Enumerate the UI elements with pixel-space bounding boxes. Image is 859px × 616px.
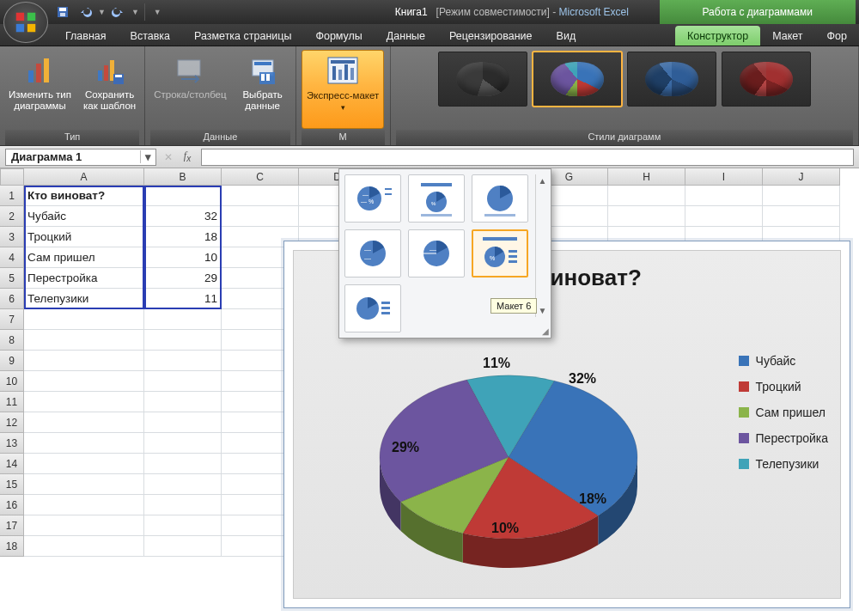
row-header[interactable]: 10 — [0, 371, 24, 392]
office-button[interactable] — [3, 2, 48, 43]
redo-dropdown-icon[interactable]: ▼ — [131, 8, 139, 16]
column-header[interactable]: I — [685, 168, 763, 186]
tab-formulas[interactable]: Формулы — [303, 26, 374, 46]
cell[interactable] — [222, 206, 299, 227]
cell[interactable] — [144, 454, 222, 474]
row-header[interactable]: 18 — [0, 536, 24, 557]
cell[interactable]: Перестройка — [24, 268, 144, 289]
tab-data[interactable]: Данные — [375, 26, 437, 46]
quick-layout-button[interactable]: Экспресс-макет▾ — [302, 50, 384, 129]
column-header[interactable]: B — [144, 168, 222, 186]
legend-item[interactable]: Чубайс — [739, 354, 828, 368]
layout-option-4[interactable]: —— — [344, 229, 401, 278]
tab-view[interactable]: Вид — [545, 26, 588, 46]
legend-item[interactable]: Троцкий — [739, 380, 828, 393]
cell[interactable] — [685, 206, 763, 227]
cell[interactable]: 29 — [144, 268, 222, 289]
legend-item[interactable]: Телепузики — [739, 457, 828, 471]
cell[interactable] — [608, 186, 685, 206]
pie-chart[interactable]: 32% 18% 10% 29% 11% — [354, 337, 663, 577]
column-header[interactable]: A — [24, 168, 144, 186]
tab-home[interactable]: Главная — [53, 26, 119, 46]
change-chart-type-button[interactable]: Изменить типдиаграммы — [5, 50, 75, 112]
cell[interactable]: 18 — [144, 227, 222, 247]
cell[interactable] — [24, 536, 144, 557]
chart-style-4[interactable] — [722, 52, 811, 107]
cell[interactable] — [144, 309, 222, 330]
chart-style-3[interactable] — [627, 52, 716, 107]
cell[interactable]: Телепузики — [24, 289, 144, 309]
cell[interactable] — [24, 309, 144, 330]
layout-option-7[interactable] — [344, 284, 401, 332]
formula-input[interactable] — [201, 149, 854, 166]
cell[interactable] — [24, 433, 144, 454]
cell[interactable] — [24, 351, 144, 371]
layout-option-1[interactable]: —— % — [344, 174, 401, 223]
undo-dropdown-icon[interactable]: ▼ — [98, 8, 106, 16]
row-header[interactable]: 9 — [0, 351, 24, 371]
row-header[interactable]: 1 — [0, 186, 24, 206]
name-box-dropdown-icon[interactable]: ▾ — [140, 150, 155, 163]
cell[interactable] — [763, 186, 840, 206]
tab-review[interactable]: Рецензирование — [437, 26, 545, 46]
save-as-template-button[interactable]: Сохранитькак шаблон — [80, 50, 139, 112]
layout-option-3[interactable] — [472, 174, 528, 223]
chart-legend[interactable]: ЧубайсТроцкийСам пришелПерестройкаТелепу… — [739, 354, 828, 471]
cell[interactable] — [24, 515, 144, 536]
cell[interactable] — [144, 412, 222, 433]
redo-button[interactable] — [109, 3, 128, 21]
cell[interactable] — [24, 392, 144, 412]
cell[interactable]: Кто виноват? — [24, 186, 144, 206]
cell[interactable] — [763, 206, 840, 227]
row-header[interactable]: 17 — [0, 515, 24, 536]
tab-insert[interactable]: Вставка — [119, 26, 182, 46]
worksheet[interactable]: ABCDEFGHIJ 123456789101112131415161718 К… — [0, 168, 859, 616]
cell[interactable]: Троцкий — [24, 227, 144, 247]
cancel-entry-button[interactable]: ✕ — [160, 149, 177, 166]
row-header[interactable]: 5 — [0, 268, 24, 289]
cell[interactable] — [24, 474, 144, 495]
layout-option-6[interactable]: % — [472, 229, 528, 278]
cell[interactable] — [144, 495, 222, 515]
undo-button[interactable] — [76, 3, 94, 21]
row-header[interactable]: 6 — [0, 289, 24, 309]
tab-chart-format[interactable]: Фор — [815, 26, 859, 46]
column-header[interactable]: C — [222, 168, 299, 186]
legend-item[interactable]: Перестройка — [739, 431, 828, 445]
select-data-button[interactable]: Выбратьданные — [235, 50, 290, 112]
row-header[interactable]: 7 — [0, 309, 24, 330]
chart-style-1[interactable] — [438, 52, 527, 107]
fx-button[interactable]: fx — [179, 149, 196, 166]
row-header[interactable]: 14 — [0, 454, 24, 474]
column-header[interactable]: J — [763, 168, 840, 186]
cell[interactable]: 11 — [144, 289, 222, 309]
cell[interactable]: 10 — [144, 247, 222, 268]
cell[interactable] — [144, 186, 222, 206]
row-header[interactable]: 2 — [0, 206, 24, 227]
layout-option-5[interactable]: — — [408, 229, 465, 278]
cell[interactable]: 32 — [144, 206, 222, 227]
tab-chart-design[interactable]: Конструктор — [675, 26, 760, 46]
row-header[interactable]: 4 — [0, 247, 24, 268]
cell[interactable] — [144, 392, 222, 412]
column-header[interactable]: H — [608, 168, 685, 186]
scroll-down-icon[interactable]: ▼ — [537, 304, 549, 317]
cell[interactable] — [144, 536, 222, 557]
cell[interactable] — [144, 515, 222, 536]
row-header[interactable]: 16 — [0, 495, 24, 515]
cell[interactable] — [144, 433, 222, 454]
row-header[interactable]: 3 — [0, 227, 24, 247]
cell[interactable] — [24, 412, 144, 433]
cell[interactable] — [24, 371, 144, 392]
cell[interactable] — [144, 371, 222, 392]
row-header[interactable]: 11 — [0, 392, 24, 412]
legend-item[interactable]: Сам пришел — [739, 406, 828, 419]
row-header[interactable]: 13 — [0, 433, 24, 454]
name-box[interactable]: Диаграмма 1 ▾ — [5, 149, 156, 166]
row-header[interactable]: 12 — [0, 412, 24, 433]
qat-customize-icon[interactable]: ▼ — [150, 8, 165, 16]
cell[interactable] — [144, 330, 222, 351]
cell[interactable] — [24, 495, 144, 515]
layout-option-2[interactable]: % — [408, 174, 465, 223]
cell[interactable]: Чубайс — [24, 206, 144, 227]
